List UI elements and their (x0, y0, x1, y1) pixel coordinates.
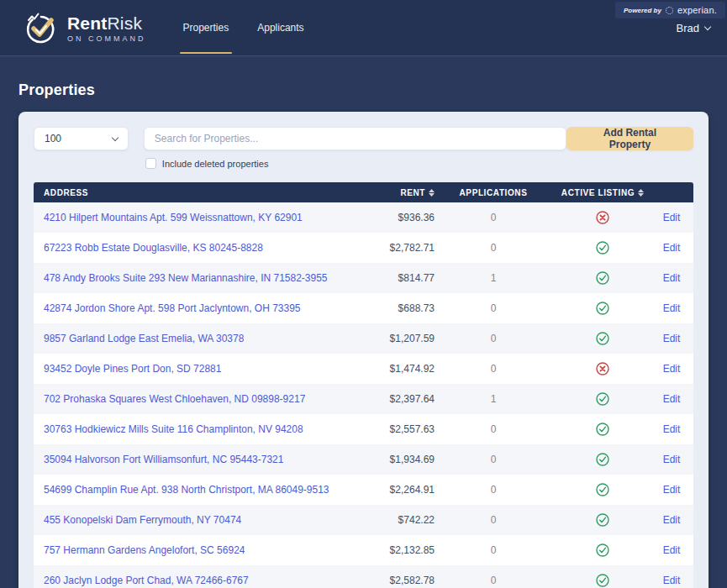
active-check-icon (596, 453, 609, 466)
edit-link[interactable]: Edit (663, 514, 681, 526)
column-header-active-listing[interactable]: ACTIVE LISTING (552, 188, 653, 197)
rent-cell: $936.36 (363, 212, 435, 223)
active-check-icon (596, 423, 609, 436)
address-link[interactable]: 757 Hermann Gardens Angelofort, SC 56924 (44, 544, 245, 556)
inactive-x-icon (596, 211, 609, 224)
brand-tagline: ON COMMAND (67, 34, 146, 43)
edit-link[interactable]: Edit (663, 423, 681, 435)
address-link[interactable]: 4210 Hilpert Mountains Apt. 599 Weissnat… (44, 212, 303, 223)
active-check-icon (596, 483, 609, 496)
address-link[interactable]: 35094 Halvorson Fort Williamsonfurt, NC … (44, 454, 283, 465)
active-check-icon (596, 574, 609, 587)
active-check-icon (596, 392, 609, 406)
nav-item-applicants-label: Applicants (257, 22, 303, 34)
brand-logo: RentRisk ON COMMAND (24, 9, 146, 46)
edit-link[interactable]: Edit (663, 212, 681, 223)
table-row: 455 Konopelski Dam Ferrymouth, NY 70474 … (34, 505, 693, 535)
applications-cell: 0 (435, 544, 552, 556)
active-check-icon (596, 241, 609, 255)
search-area: Include deleted properties (144, 127, 566, 169)
column-header-rent-label: RENT (400, 188, 425, 197)
applications-cell: 1 (435, 393, 552, 405)
column-header-address: ADDRESS (34, 188, 363, 197)
active-check-icon (596, 332, 609, 345)
edit-link[interactable]: Edit (663, 363, 681, 375)
rent-cell: $2,132.85 (363, 544, 435, 556)
rentrisk-checkmark-icon (24, 9, 59, 46)
applications-cell: 0 (435, 212, 552, 223)
sort-icon (638, 189, 644, 197)
rent-cell: $1,207.59 (363, 333, 435, 344)
main-nav: Properties Applicants (178, 0, 328, 55)
address-link[interactable]: 54699 Champlin Rue Apt. 938 North Christ… (44, 484, 329, 496)
edit-link[interactable]: Edit (663, 575, 681, 586)
table-row: 9857 Garland Lodge East Emelia, WA 30378… (34, 323, 693, 354)
applications-cell: 0 (435, 575, 552, 586)
column-header-active-listing-label: ACTIVE LISTING (561, 188, 635, 197)
properties-card: 100 Include deleted properties Add Renta… (18, 112, 709, 588)
address-link[interactable]: 30763 Hodkiewicz Mills Suite 116 Champli… (44, 423, 303, 435)
nav-item-properties[interactable]: Properties (178, 0, 234, 55)
address-link[interactable]: 42874 Jordon Shore Apt. 598 Port Jaclynt… (44, 302, 301, 314)
rent-cell: $1,474.92 (363, 363, 435, 375)
address-link[interactable]: 9857 Garland Lodge East Emelia, WA 30378 (44, 333, 244, 344)
edit-link[interactable]: Edit (663, 242, 681, 254)
address-link[interactable]: 455 Konopelski Dam Ferrymouth, NY 70474 (44, 514, 241, 526)
table-row: 478 Andy Brooks Suite 293 New Mariannash… (34, 263, 693, 293)
table-row: 4210 Hilpert Mountains Apt. 599 Weissnat… (34, 202, 693, 233)
table-row: 54699 Champlin Rue Apt. 938 North Christ… (34, 475, 693, 505)
table-row: 30763 Hodkiewicz Mills Suite 116 Champli… (34, 414, 693, 444)
brand-wordmark: RentRisk ON COMMAND (67, 13, 146, 43)
edit-link[interactable]: Edit (663, 454, 681, 465)
edit-link[interactable]: Edit (663, 272, 681, 284)
rent-cell: $2,557.63 (363, 423, 435, 435)
applications-cell: 1 (435, 272, 552, 284)
add-rental-property-button[interactable]: Add Rental Property (566, 127, 693, 150)
column-header-applications-label: APPLICATIONS (460, 188, 528, 197)
applications-cell: 0 (435, 514, 552, 526)
include-deleted-label: Include deleted properties (162, 159, 269, 169)
applications-cell: 0 (435, 484, 552, 496)
address-link[interactable]: 67223 Robb Estate Douglasville, KS 80245… (44, 242, 263, 254)
page-size-select[interactable]: 100 (34, 127, 129, 150)
user-menu[interactable]: Brad (677, 22, 710, 34)
rent-cell: $1,934.69 (363, 454, 435, 465)
experian-brand-text: experian. (677, 5, 717, 15)
address-link[interactable]: 260 Jaclyn Lodge Port Chad, WA 72466-676… (44, 575, 249, 586)
brand-name-bold: Rent (67, 13, 107, 33)
table-row: 42874 Jordon Shore Apt. 598 Port Jaclynt… (34, 293, 693, 323)
rent-cell: $2,782.71 (363, 242, 435, 254)
search-input[interactable] (144, 127, 566, 150)
rent-cell: $814.77 (363, 272, 435, 284)
active-check-icon (596, 271, 609, 285)
rent-cell: $2,397.64 (363, 393, 435, 405)
include-deleted-checkbox[interactable] (145, 158, 156, 169)
powered-by-badge: Powered by experian. (615, 2, 725, 18)
address-link[interactable]: 702 Prohaska Squares West Chloehaven, ND… (44, 393, 305, 405)
edit-link[interactable]: Edit (663, 544, 681, 556)
table-controls: 100 Include deleted properties Add Renta… (34, 127, 693, 169)
edit-link[interactable]: Edit (663, 302, 681, 314)
table-row: 260 Jaclyn Lodge Port Chad, WA 72466-676… (34, 565, 693, 588)
nav-item-properties-label: Properties (183, 22, 229, 34)
properties-table: ADDRESS RENT APPLICATIONS ACTIVE LISTING (34, 182, 693, 588)
nav-item-applicants[interactable]: Applicants (252, 0, 308, 55)
applications-cell: 0 (435, 423, 552, 435)
inactive-x-icon (596, 362, 609, 375)
table-row: 93452 Doyle Pines Port Don, SD 72881 $1,… (34, 354, 693, 384)
address-link[interactable]: 93452 Doyle Pines Port Don, SD 72881 (44, 363, 221, 375)
experian-logo-icon (666, 7, 673, 14)
powered-by-prefix: Powered by (624, 7, 661, 14)
edit-link[interactable]: Edit (663, 484, 681, 496)
column-header-applications: APPLICATIONS (435, 188, 552, 197)
sort-icon (429, 189, 435, 197)
rent-cell: $688.73 (363, 302, 435, 314)
brand-name-light: Risk (107, 13, 142, 33)
column-header-rent[interactable]: RENT (363, 188, 435, 197)
edit-link[interactable]: Edit (663, 393, 681, 405)
table-row: 35094 Halvorson Fort Williamsonfurt, NC … (34, 444, 693, 475)
table-row: 67223 Robb Estate Douglasville, KS 80245… (34, 233, 693, 263)
address-link[interactable]: 478 Andy Brooks Suite 293 New Mariannash… (44, 272, 328, 284)
table-header-row: ADDRESS RENT APPLICATIONS ACTIVE LISTING (34, 182, 693, 202)
edit-link[interactable]: Edit (663, 333, 681, 344)
